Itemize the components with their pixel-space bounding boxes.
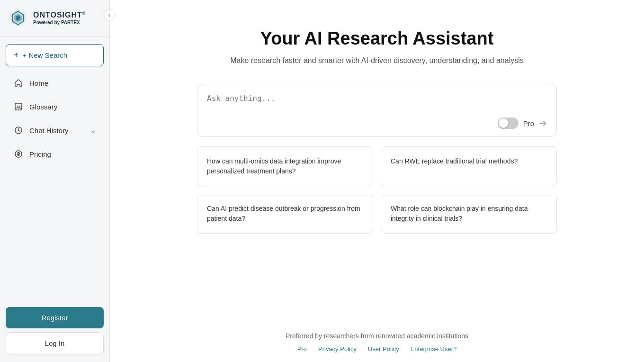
home-icon <box>13 78 24 88</box>
search-box: Pro ➔ <box>197 84 557 137</box>
hero-subtitle: Make research faster and smarter with AI… <box>230 56 524 65</box>
pro-mode-label: Pro <box>523 119 534 127</box>
login-button[interactable]: Log In <box>6 332 104 354</box>
sidebar-item-chat-history-label: Chat History <box>29 127 69 135</box>
search-input[interactable] <box>207 94 547 112</box>
glossary-icon: AB <box>13 101 24 112</box>
plus-icon: + <box>14 50 19 60</box>
sidebar: ONTOSIGHT® Powered by PARTEX ‹ + + New S… <box>0 0 110 362</box>
sidebar-item-home[interactable]: Home <box>6 72 104 94</box>
footer-area: Preferred by researchers from renowned a… <box>129 332 625 353</box>
suggestion-text-4: What role can blockchain play in ensurin… <box>391 205 528 222</box>
footer-link-privacy[interactable]: Privacy Policy <box>318 345 357 353</box>
chevron-down-icon: ⌄ <box>90 127 96 134</box>
main-content: Your AI Research Assistant Make research… <box>110 0 644 362</box>
sidebar-item-pricing[interactable]: Pricing <box>6 143 104 165</box>
ontosight-logo-icon <box>8 8 28 28</box>
new-search-label: + New Search <box>23 51 68 59</box>
page-title: Your AI Research Assistant <box>260 28 494 49</box>
pro-mode-toggle[interactable] <box>498 118 519 129</box>
search-controls-row: Pro ➔ <box>207 118 547 129</box>
footer-link-pro[interactable]: Pro <box>297 345 307 353</box>
sidebar-footer: Register Log In <box>0 299 109 362</box>
dollar-icon <box>13 149 24 159</box>
footer-links: Pro Privacy Policy User Policy Enterpris… <box>129 345 625 353</box>
footer-link-enterprise[interactable]: Enterprise User? <box>411 345 457 353</box>
sidebar-item-home-label: Home <box>29 79 48 87</box>
sidebar-item-chat-history[interactable]: Chat History ⌄ <box>6 119 104 141</box>
sidebar-item-glossary-label: Glossary <box>29 103 57 111</box>
svg-text:AB: AB <box>16 105 22 109</box>
suggestion-card-4[interactable]: What role can blockchain play in ensurin… <box>381 194 557 234</box>
suggestion-text-2: Can RWE replace traditional trial method… <box>391 157 518 165</box>
logo-powered-by: Powered by PARTEX <box>33 20 86 25</box>
suggestion-card-3[interactable]: Can AI predict disease outbreak or progr… <box>197 194 373 234</box>
suggestions-grid: How can multi-omics data integration imp… <box>197 146 557 234</box>
clock-icon <box>13 125 24 136</box>
sidebar-item-pricing-label: Pricing <box>29 150 51 158</box>
send-icon[interactable]: ➔ <box>539 118 547 129</box>
logo-brand-name: ONTOSIGHT® <box>33 11 86 19</box>
sidebar-nav: + + New Search Home AB Glossary <box>0 36 109 299</box>
suggestion-card-1[interactable]: How can multi-omics data integration imp… <box>197 146 373 186</box>
logo-text: ONTOSIGHT® Powered by PARTEX <box>33 11 86 25</box>
footer-link-user-policy[interactable]: User Policy <box>368 345 399 353</box>
logo-area: ONTOSIGHT® Powered by PARTEX <box>0 0 109 36</box>
footer-preferred-text: Preferred by researchers from renowned a… <box>129 332 625 340</box>
suggestion-card-2[interactable]: Can RWE replace traditional trial method… <box>381 146 557 186</box>
suggestion-text-3: Can AI predict disease outbreak or progr… <box>207 205 360 222</box>
new-search-button[interactable]: + + New Search <box>6 44 104 66</box>
register-button[interactable]: Register <box>6 307 104 328</box>
sidebar-item-glossary[interactable]: AB Glossary <box>6 96 104 118</box>
toggle-knob <box>499 118 508 128</box>
suggestion-text-1: How can multi-omics data integration imp… <box>207 157 341 175</box>
sidebar-collapse-button[interactable]: ‹ <box>104 9 115 21</box>
